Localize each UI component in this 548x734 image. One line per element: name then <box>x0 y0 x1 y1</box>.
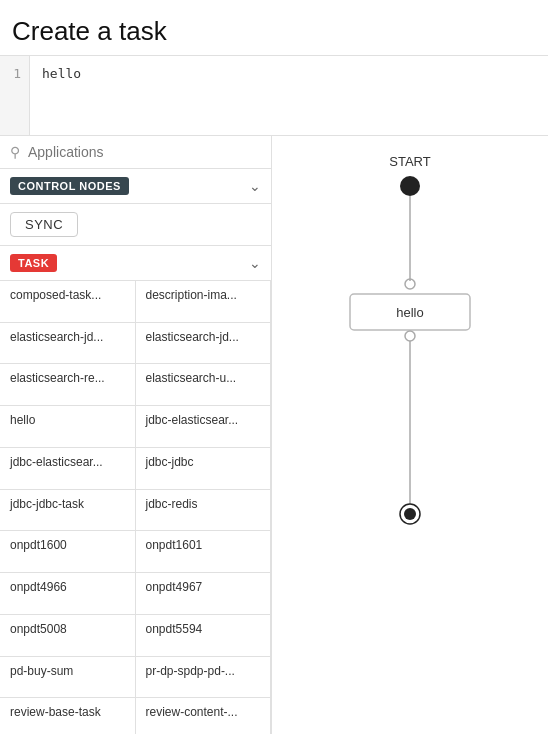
start-label: START <box>389 154 430 169</box>
hello-node-label: hello <box>396 305 423 320</box>
page-header: Create a task <box>0 0 548 56</box>
task-item[interactable]: elasticsearch-u... <box>136 364 272 406</box>
task-item[interactable]: jdbc-jdbc <box>136 448 272 490</box>
task-item[interactable]: elasticsearch-jd... <box>0 323 136 365</box>
task-item[interactable]: pd-buy-sum <box>0 657 136 699</box>
task-item[interactable]: review-base-task <box>0 698 136 734</box>
start-node <box>400 176 420 196</box>
code-editor: 1 hello <box>0 56 548 136</box>
search-icon: ⚲ <box>10 144 20 160</box>
diagram-svg: START hello <box>272 136 548 734</box>
task-item[interactable]: elasticsearch-jd... <box>136 323 272 365</box>
task-item[interactable]: onpdt4967 <box>136 573 272 615</box>
task-section-header[interactable]: TASK ⌄ <box>0 246 271 281</box>
chevron-down-icon: ⌄ <box>249 178 261 194</box>
task-grid: composed-task...description-ima...elasti… <box>0 281 271 734</box>
task-item[interactable]: jdbc-elasticsear... <box>136 406 272 448</box>
control-nodes-section-header[interactable]: CONTROL NODES ⌄ <box>0 169 271 204</box>
sync-area: SYNC <box>0 204 271 246</box>
task-item[interactable]: hello <box>0 406 136 448</box>
hello-bottom-connector <box>405 331 415 341</box>
end-node-inner <box>404 508 416 520</box>
task-item[interactable]: review-content-... <box>136 698 272 734</box>
task-item[interactable]: pr-dp-spdp-pd-... <box>136 657 272 699</box>
search-bar: ⚲ <box>0 136 271 169</box>
task-item[interactable]: onpdt4966 <box>0 573 136 615</box>
page-title: Create a task <box>12 16 536 47</box>
chevron-down-icon-task: ⌄ <box>249 255 261 271</box>
task-item[interactable]: jdbc-redis <box>136 490 272 532</box>
control-nodes-badge: CONTROL NODES <box>10 177 129 195</box>
sync-button[interactable]: SYNC <box>10 212 78 237</box>
code-content[interactable]: hello <box>30 56 548 135</box>
task-item[interactable]: onpdt1600 <box>0 531 136 573</box>
task-item[interactable]: elasticsearch-re... <box>0 364 136 406</box>
task-item[interactable]: composed-task... <box>0 281 136 323</box>
task-item[interactable]: jdbc-jdbc-task <box>0 490 136 532</box>
task-badge: TASK <box>10 254 57 272</box>
task-item[interactable]: description-ima... <box>136 281 272 323</box>
search-input[interactable] <box>28 144 261 160</box>
left-panel: ⚲ CONTROL NODES ⌄ SYNC TASK ⌄ composed-t… <box>0 136 272 734</box>
task-item[interactable]: onpdt1601 <box>136 531 272 573</box>
main-layout: ⚲ CONTROL NODES ⌄ SYNC TASK ⌄ composed-t… <box>0 136 548 734</box>
line-numbers: 1 <box>0 56 30 135</box>
right-panel: START hello <box>272 136 548 734</box>
task-item[interactable]: onpdt5594 <box>136 615 272 657</box>
task-item[interactable]: onpdt5008 <box>0 615 136 657</box>
task-item[interactable]: jdbc-elasticsear... <box>0 448 136 490</box>
